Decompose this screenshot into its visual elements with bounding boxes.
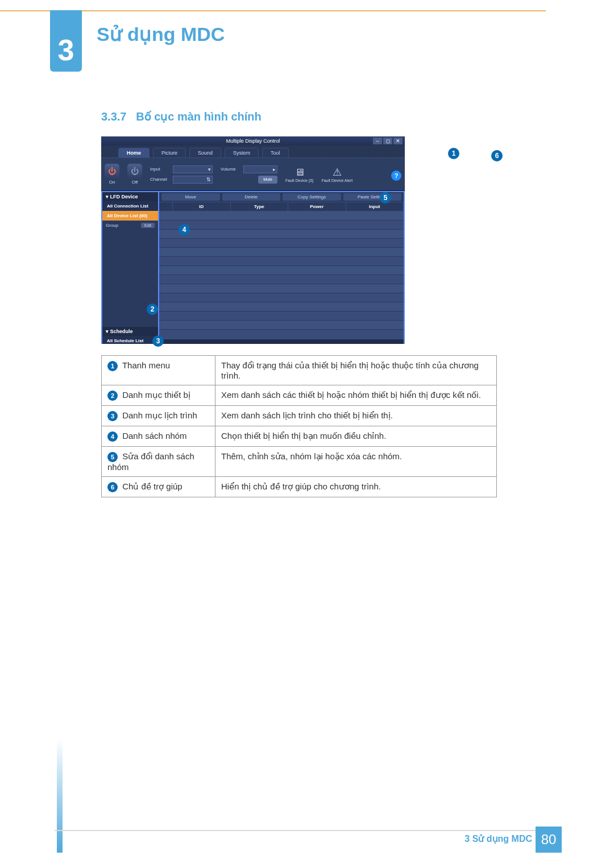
table-row[interactable] <box>159 239 404 248</box>
desc-name: Chủ đề trợ giúp <box>122 481 182 491</box>
power-off-icon[interactable]: ⏻ <box>127 164 142 178</box>
power-on-icon[interactable]: ⏻ <box>105 164 119 178</box>
page-number: 80 <box>536 827 562 853</box>
callout-6: 6 <box>491 150 503 161</box>
badge-1: 1 <box>107 361 118 371</box>
move-button[interactable]: Move <box>161 193 220 201</box>
callout-4: 4 <box>179 224 190 235</box>
alert-icon: ⚠ <box>333 166 342 178</box>
fault-device-count[interactable]: 🖥 Fault Device (0) <box>285 167 313 182</box>
sidebar-schedule-header[interactable]: Schedule <box>102 327 158 336</box>
ribbon: ⏻ On ⏻ Off Input ▾ Channel ⇅ Volume ▸ Mu… <box>101 158 405 191</box>
tab-home[interactable]: Home <box>118 148 150 157</box>
desc-name: Sửa đổi danh sách nhóm <box>107 451 194 472</box>
callout-3: 3 <box>152 335 164 347</box>
sidebar: LFD Device All Connection List All Devic… <box>101 191 159 344</box>
input-select[interactable]: ▾ <box>173 165 213 173</box>
horizontal-scrollbar[interactable] <box>159 339 404 344</box>
table-row[interactable] <box>159 312 404 321</box>
power-off-label: Off <box>132 180 138 185</box>
sidebar-all-connection[interactable]: All Connection List <box>102 201 158 211</box>
badge-3: 3 <box>107 411 118 421</box>
col-type: Type <box>231 202 289 211</box>
table-row[interactable] <box>159 230 404 239</box>
edit-button[interactable]: Edit <box>141 223 155 228</box>
chapter-number: 3 <box>50 10 82 72</box>
help-icon[interactable]: ? <box>391 171 401 181</box>
app-body: LFD Device All Connection List All Devic… <box>101 191 405 344</box>
titlebar: Multiple Display Control – ◻ ✕ <box>101 136 405 146</box>
desc-row: 5 Sửa đổi danh sách nhóm Thêm, chỉnh sửa… <box>102 447 497 477</box>
desc-text: Thay đổi trạng thái của thiết bị hiển th… <box>215 356 497 385</box>
close-icon[interactable]: ✕ <box>393 138 403 144</box>
main-panel: Move Delete Copy Settings Paste Settings… <box>159 191 405 344</box>
table-row[interactable] <box>159 266 404 275</box>
minimize-icon[interactable]: – <box>373 138 382 144</box>
grid-toolbar: Move Delete Copy Settings Paste Settings <box>159 192 404 202</box>
col-power: Power <box>288 202 346 211</box>
copy-settings-button[interactable]: Copy Settings <box>283 193 341 201</box>
callout-5: 5 <box>380 192 391 203</box>
volume-label: Volume <box>221 167 241 172</box>
fault-device-alert[interactable]: ⚠ Fault Device Alert <box>321 166 352 182</box>
table-row[interactable] <box>159 284 404 293</box>
desc-text: Xem danh sách lịch trình cho thiết bị hi… <box>215 406 497 426</box>
section-title: Bố cục màn hình chính <box>136 110 262 123</box>
maximize-icon[interactable]: ◻ <box>383 138 392 144</box>
badge-4: 4 <box>107 431 118 442</box>
section-heading: 3.3.7 Bố cục màn hình chính <box>101 110 262 123</box>
callout-2: 2 <box>147 304 158 315</box>
channel-label: Channel <box>150 177 171 182</box>
input-label: Input <box>150 167 171 172</box>
col-input: Input <box>346 202 404 211</box>
table-row[interactable] <box>159 293 404 302</box>
tab-tool[interactable]: Tool <box>262 148 289 157</box>
desc-name: Thanh menu <box>122 360 170 370</box>
fault-count-label: Fault Device (0) <box>285 178 313 182</box>
grid-header: ID Type Power Input <box>159 202 404 211</box>
col-id: ID <box>173 202 231 211</box>
grid-body <box>159 211 404 339</box>
desc-row: 4 Danh sách nhóm Chọn thiết bị hiển thị … <box>102 426 497 447</box>
badge-6: 6 <box>107 482 118 492</box>
window-controls: – ◻ ✕ <box>373 138 403 144</box>
window-title: Multiple Display Control <box>226 138 280 144</box>
channel-stepper[interactable]: ⇅ <box>173 176 213 184</box>
desc-text: Chọn thiết bị hiển thị bạn muốn điều chỉ… <box>215 426 497 447</box>
section-number: 3.3.7 <box>101 110 126 123</box>
chapter-title: Sử dụng MDC <box>97 23 225 45</box>
table-row[interactable] <box>159 248 404 257</box>
sidebar-schedule-item[interactable]: All Schedule List <box>102 336 158 344</box>
power-on-group: ⏻ On <box>105 164 119 185</box>
volume-controls: Volume ▸ Mute <box>221 165 277 184</box>
delete-button[interactable]: Delete <box>222 193 281 201</box>
paste-settings-button[interactable]: Paste Settings <box>343 193 402 201</box>
table-row[interactable] <box>159 302 404 312</box>
sidebar-group-row: Group Edit <box>102 221 158 230</box>
tab-system[interactable]: System <box>225 148 259 157</box>
power-on-label: On <box>109 180 115 185</box>
table-row[interactable] <box>159 275 404 284</box>
desc-row: 3 Danh mục lịch trình Xem danh sách lịch… <box>102 406 497 426</box>
sidebar-lfd-header[interactable]: LFD Device <box>102 192 158 201</box>
input-controls: Input ▾ Channel ⇅ <box>150 165 213 184</box>
table-row[interactable] <box>159 211 404 221</box>
app-window: Multiple Display Control – ◻ ✕ Home Pict… <box>101 136 405 344</box>
desc-text: Thêm, chỉnh sửa, nhóm lại hoặc xóa các n… <box>215 447 497 477</box>
sidebar-all-device[interactable]: All Device List (00) <box>102 211 158 221</box>
desc-name: Danh mục thiết bị <box>122 390 190 400</box>
table-row[interactable] <box>159 321 404 330</box>
desc-row: 1 Thanh menu Thay đổi trạng thái của thi… <box>102 356 497 385</box>
mute-button[interactable]: Mute <box>258 176 277 184</box>
tab-picture[interactable]: Picture <box>153 148 186 157</box>
callout-1: 1 <box>448 148 459 159</box>
table-row[interactable] <box>159 221 404 230</box>
group-label: Group <box>106 223 118 228</box>
badge-5: 5 <box>107 452 118 462</box>
volume-slider[interactable]: ▸ <box>243 165 277 173</box>
tab-sound[interactable]: Sound <box>189 148 221 157</box>
table-row[interactable] <box>159 257 404 266</box>
menu-tabs: Home Picture Sound System Tool <box>101 146 405 158</box>
desc-text: Xem danh sách các thiết bị hoặc nhóm thi… <box>215 385 497 406</box>
left-accent <box>57 739 63 853</box>
